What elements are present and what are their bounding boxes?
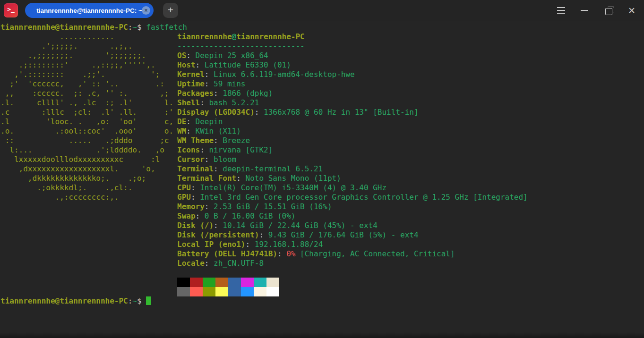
titlebar[interactable]: >_ tiannrennnhe@tiannrennnhe-PC: ~ × + ✕ xyxy=(0,0,644,21)
entry-value: bash 5.2.21 xyxy=(209,98,259,107)
entry-label: Local IP (eno1) xyxy=(177,240,246,249)
fastfetch-entry-swap: Swap: 0 B / 16.00 GiB (0%) xyxy=(177,211,528,221)
new-tab-button[interactable]: + xyxy=(163,3,178,18)
entry-label: WM xyxy=(177,127,186,135)
fastfetch-entry-uptime: Uptime: 59 mins xyxy=(177,79,528,89)
palette-swatch xyxy=(254,278,266,287)
entry-colon: : xyxy=(246,240,255,249)
entry-colon: : xyxy=(186,127,195,135)
palette-swatch xyxy=(228,287,241,296)
entry-colon: : xyxy=(205,202,214,211)
terminal-viewport[interactable]: tiannrennnhe@tiannrennnhe-PC:~$ fastfetc… xyxy=(0,21,644,338)
fastfetch-entry-memory: Memory: 2.53 GiB / 15.51 GiB (16%) xyxy=(177,202,528,211)
entry-label: Battery (DELL HJ4741B) xyxy=(177,249,277,258)
fastfetch-entry-os: OS: Deepin 25 x86_64 xyxy=(177,51,528,60)
palette-swatch xyxy=(177,278,190,287)
entry-colon: : xyxy=(205,70,214,79)
entry-label: Locale xyxy=(177,259,205,268)
entry-label: Terminal xyxy=(177,164,214,173)
entry-colon: : xyxy=(214,221,223,230)
fastfetch-title: tiannrennnhe@tiannrennnhe-PC xyxy=(177,32,528,42)
fastfetch-title-at: @ xyxy=(232,32,237,41)
palette-swatch xyxy=(190,278,203,287)
entry-value: Linux 6.6.119-amd64-desktop-hwe xyxy=(214,70,355,79)
fastfetch-entry-wm-theme: WM Theme: Breeze xyxy=(177,136,528,145)
entry-value: nirvana [GTK2] xyxy=(209,145,273,154)
entry-value: zh_CN.UTF-8 xyxy=(214,259,264,268)
entry-value: 2.53 GiB / 15.51 GiB (16%) xyxy=(214,202,332,211)
entry-value: Deepin 25 x86_64 xyxy=(196,51,268,60)
entry-value: 59 mins xyxy=(214,79,245,88)
close-icon: ✕ xyxy=(628,5,635,16)
palette-swatch xyxy=(266,287,279,296)
entry-colon: : xyxy=(205,155,214,164)
entry-label: Kernel xyxy=(177,70,205,79)
prompt-symbol: $ xyxy=(137,23,142,32)
palette-swatch xyxy=(203,278,215,287)
entry-value: [Charging, AC Connected, Critical] xyxy=(295,249,455,258)
tab-close-button[interactable]: × xyxy=(142,6,150,15)
fastfetch-title-user: tiannrennnhe xyxy=(177,32,232,41)
palette-swatch xyxy=(215,278,228,287)
terminal-tab[interactable]: tiannrennnhe@tiannrennnhe-PC: ~ × xyxy=(25,3,154,18)
entry-label: Display (LGD034C) xyxy=(177,108,255,117)
maximize-button[interactable] xyxy=(599,0,618,21)
palette-row-2 xyxy=(177,287,528,296)
fastfetch-entry-host: Host: Latitude E6330 (01) xyxy=(177,60,528,70)
minimize-button[interactable] xyxy=(575,0,594,21)
minimize-icon xyxy=(581,10,588,11)
entry-value: deepin-terminal 6.5.21 xyxy=(223,164,323,173)
entry-colon: : xyxy=(259,230,268,239)
entry-value-alert: 0% xyxy=(286,249,295,258)
entry-label: Swap xyxy=(177,211,196,220)
entry-label: Cursor xyxy=(177,155,205,164)
prompt-path: ~ xyxy=(132,23,137,32)
entry-value: bloom xyxy=(214,155,236,164)
prompt-colon: : xyxy=(128,296,133,305)
entry-colon: : xyxy=(191,193,200,202)
entry-value: KWin (X11) xyxy=(196,127,241,135)
entry-label: Shell xyxy=(177,98,200,107)
palette-swatch xyxy=(241,287,254,296)
entry-colon: : xyxy=(196,60,205,69)
fastfetch-entry-disk: Disk (/): 10.14 GiB / 22.44 GiB (45%) - … xyxy=(177,221,528,230)
prompt-user-host: tiannrennnhe@tiannrennnhe-PC xyxy=(0,296,128,305)
entry-value: 1366x768 @ 60 Hz in 13" [Built-in] xyxy=(264,108,419,117)
window-bottom-edge xyxy=(0,332,644,338)
fastfetch-entry-wm: WM: KWin (X11) xyxy=(177,127,528,136)
entry-colon: : xyxy=(196,211,205,220)
entry-value: Intel(R) Core(TM) i5-3340M (4) @ 3.40 GH… xyxy=(200,183,386,192)
color-palette xyxy=(177,278,528,296)
prompt-user-host: tiannrennnhe@tiannrennnhe-PC xyxy=(0,23,128,32)
entry-label: DE xyxy=(177,117,186,126)
fastfetch-entry-icons: Icons: nirvana [GTK2] xyxy=(177,145,528,155)
entry-value: Noto Sans Mono (11pt) xyxy=(246,174,341,183)
palette-swatch xyxy=(254,287,266,296)
command-text: fastfetch xyxy=(142,23,187,32)
palette-swatch xyxy=(241,278,254,287)
terminal-app-icon: >_ xyxy=(4,3,18,17)
entry-colon: : xyxy=(255,108,264,117)
menu-button[interactable] xyxy=(551,0,570,21)
entry-colon: : xyxy=(236,174,245,183)
terminal-cursor xyxy=(146,296,151,305)
entry-colon: : xyxy=(205,259,214,268)
prompt-colon: : xyxy=(128,23,133,32)
fastfetch-entry-de: DE: Deepin xyxy=(177,117,528,127)
fastfetch-entry-kernel: Kernel: Linux 6.6.119-amd64-desktop-hwe xyxy=(177,70,528,79)
entry-value: Breeze xyxy=(223,136,250,145)
fastfetch-entry-locale: Locale: zh_CN.UTF-8 xyxy=(177,259,528,268)
entry-label: Memory xyxy=(177,202,205,211)
entry-label: Terminal Font xyxy=(177,174,236,183)
prompt-path: ~ xyxy=(132,296,137,305)
prompt-line-command: tiannrennnhe@tiannrennnhe-PC:~$ fastfetc… xyxy=(0,23,187,32)
fastfetch-separator: ---------------------------- xyxy=(177,42,528,51)
fastfetch-entry-display-lgd034c: Display (LGD034C): 1366x768 @ 60 Hz in 1… xyxy=(177,108,528,117)
palette-swatch xyxy=(215,287,228,296)
close-button[interactable]: ✕ xyxy=(622,0,641,21)
entry-label: CPU xyxy=(177,183,191,192)
fastfetch-entry-cursor: Cursor: bloom xyxy=(177,155,528,164)
entry-colon: : xyxy=(277,249,286,258)
palette-swatch xyxy=(203,287,215,296)
fastfetch-entry-terminal-font: Terminal Font: Noto Sans Mono (11pt) xyxy=(177,174,528,183)
